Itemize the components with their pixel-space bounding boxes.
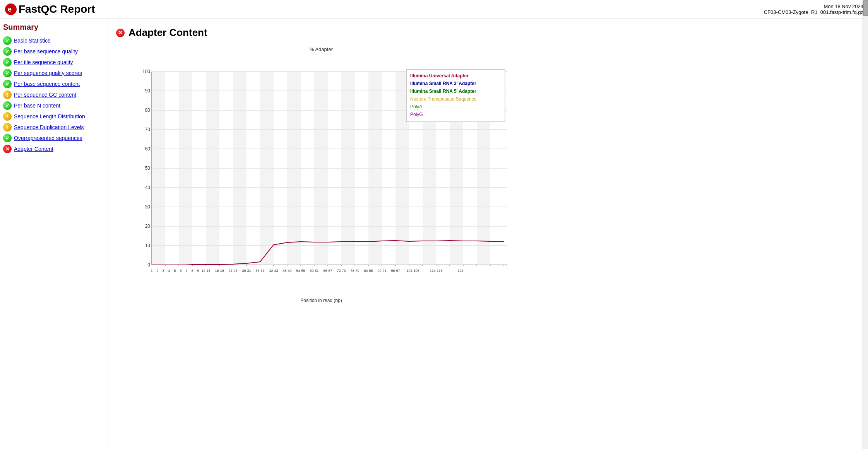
svg-rect-26 [179, 72, 192, 265]
adapter-content-chart: 100 90 80 70 60 [135, 64, 522, 296]
svg-text:Illumina Universal Adapter: Illumina Universal Adapter [410, 73, 469, 79]
svg-text:96-97: 96-97 [391, 269, 400, 273]
status-icon-per-sequence-gc-content [3, 90, 12, 99]
sidebar-item-sequence-duplication-levels[interactable]: Sequence Duplication Levels [3, 123, 105, 131]
chart-container: % Adapter 100 90 80 [116, 46, 526, 303]
svg-rect-25 [152, 72, 165, 265]
svg-text:18-19: 18-19 [215, 269, 224, 273]
svg-text:20: 20 [145, 224, 151, 229]
svg-rect-32 [341, 72, 355, 265]
svg-text:2: 2 [156, 269, 158, 273]
svg-text:1: 1 [151, 269, 152, 273]
chart-y-axis-title: % Adapter [116, 46, 526, 52]
report-date: Mon 18 Nov 2024 [764, 3, 863, 9]
main-content: Adapter Content % Adapter 100 90 [108, 19, 868, 445]
sidebar-item-per-base-n-content[interactable]: Per base N content [3, 101, 105, 110]
svg-text:100: 100 [142, 69, 150, 74]
sidebar-link-overrepresented-sequences[interactable]: Overrepresented sequences [14, 135, 82, 141]
status-icon-adapter-content [3, 145, 12, 153]
svg-rect-27 [206, 72, 219, 265]
svg-text:78-79: 78-79 [350, 269, 359, 273]
svg-text:80: 80 [145, 108, 151, 113]
svg-text:3: 3 [162, 269, 164, 273]
svg-rect-28 [233, 72, 247, 265]
svg-text:48-49: 48-49 [282, 269, 291, 273]
status-icon-per-base-sequence-content [3, 80, 12, 88]
svg-text:30: 30 [145, 204, 151, 210]
sidebar-link-adapter-content[interactable]: Adapter Content [14, 146, 53, 152]
svg-text:24-25: 24-25 [228, 269, 237, 273]
sidebar-item-per-base-sequence-quality[interactable]: Per base sequence quality [3, 47, 105, 56]
chart-area: 100 90 80 70 60 [135, 64, 526, 296]
status-icon-per-tile-sequence-quality [3, 58, 12, 67]
svg-rect-30 [287, 72, 301, 265]
svg-text:70: 70 [145, 127, 151, 132]
status-icon-sequence-duplication-levels [3, 123, 12, 131]
svg-text:104-105: 104-105 [406, 269, 419, 273]
sidebar-link-per-sequence-gc-content[interactable]: Per sequence GC content [14, 92, 76, 98]
app-title: FastQC Report [19, 3, 95, 15]
sidebar-item-per-tile-sequence-quality[interactable]: Per tile sequence quality [3, 58, 105, 67]
sidebar-item-adapter-content[interactable]: Adapter Content [3, 145, 105, 153]
svg-text:4: 4 [168, 269, 170, 273]
svg-text:Illumina Small RNA 5' Adapter: Illumina Small RNA 5' Adapter [410, 89, 476, 94]
status-icon-per-base-n-content [3, 101, 12, 110]
svg-text:0: 0 [147, 262, 150, 268]
scrollbar[interactable] [863, 19, 868, 445]
svg-text:84-85: 84-85 [364, 269, 373, 273]
sidebar-items: Basic StatisticsPer base sequence qualit… [3, 36, 105, 153]
svg-text:72-73: 72-73 [337, 269, 346, 273]
svg-text:5: 5 [174, 269, 176, 273]
main-layout: Summary Basic StatisticsPer base sequenc… [0, 19, 868, 445]
sidebar-link-per-sequence-quality-scores[interactable]: Per sequence quality scores [14, 70, 82, 76]
header-info: Mon 18 Nov 2024 CF03-CM03-Zygote_R1_001.… [764, 3, 863, 15]
svg-text:114-115: 114-115 [430, 269, 442, 273]
svg-rect-29 [260, 72, 274, 265]
summary-heading: Summary [3, 23, 105, 32]
svg-text:30-31: 30-31 [242, 269, 251, 273]
status-icon-basic-statistics [3, 36, 12, 45]
sidebar-item-overrepresented-sequences[interactable]: Overrepresented sequences [3, 134, 105, 142]
svg-text:e: e [8, 5, 12, 13]
sidebar-item-per-sequence-gc-content[interactable]: Per sequence GC content [3, 90, 105, 99]
chart-x-axis-label: Position in read (bp) [116, 298, 526, 303]
svg-text:60-61: 60-61 [310, 269, 318, 273]
svg-text:90-91: 90-91 [377, 269, 386, 273]
sidebar-item-sequence-length-distribution[interactable]: Sequence Length Distribution [3, 112, 105, 121]
svg-text:8: 8 [191, 269, 193, 273]
sidebar-link-sequence-length-distribution[interactable]: Sequence Length Distribution [14, 113, 85, 120]
svg-text:54-55: 54-55 [296, 269, 305, 273]
sidebar-link-sequence-duplication-levels[interactable]: Sequence Duplication Levels [14, 124, 84, 130]
sidebar-link-per-tile-sequence-quality[interactable]: Per tile sequence quality [14, 59, 73, 65]
section-header: Adapter Content [116, 27, 860, 39]
sidebar-item-per-base-sequence-content[interactable]: Per base sequence content [3, 80, 105, 88]
svg-text:PolyA: PolyA [410, 104, 422, 109]
svg-text:40: 40 [145, 185, 151, 190]
sidebar-link-per-base-sequence-quality[interactable]: Per base sequence quality [14, 48, 78, 55]
fastqc-logo: e [5, 3, 17, 15]
svg-text:10: 10 [145, 243, 151, 248]
sidebar-item-basic-statistics[interactable]: Basic Statistics [3, 36, 105, 45]
svg-text:9: 9 [197, 269, 199, 273]
svg-text:42-43: 42-43 [269, 269, 278, 273]
svg-text:60: 60 [145, 146, 151, 152]
svg-text:12-13: 12-13 [201, 269, 210, 273]
svg-text:50: 50 [145, 166, 151, 171]
svg-text:Nextera Transposase Sequence: Nextera Transposase Sequence [410, 96, 477, 102]
status-icon-overrepresented-sequences [3, 134, 12, 142]
section-title-text: Adapter Content [128, 27, 207, 39]
sidebar: Summary Basic StatisticsPer base sequenc… [0, 19, 108, 445]
svg-text:36-37: 36-37 [255, 269, 264, 273]
svg-text:66-67: 66-67 [323, 269, 332, 273]
svg-text:90: 90 [145, 88, 151, 94]
sidebar-link-per-base-sequence-content[interactable]: Per base sequence content [14, 81, 80, 87]
header-title: e FastQC Report [5, 3, 95, 15]
sidebar-link-per-base-n-content[interactable]: Per base N content [14, 102, 60, 109]
status-icon-sequence-length-distribution [3, 112, 12, 121]
status-icon-per-base-sequence-quality [3, 47, 12, 56]
sidebar-link-basic-statistics[interactable]: Basic Statistics [14, 38, 50, 44]
sidebar-item-per-sequence-quality-scores[interactable]: Per sequence quality scores [3, 69, 105, 77]
svg-text:PolyG: PolyG [410, 112, 423, 117]
svg-rect-31 [314, 72, 328, 265]
section-status-icon [116, 29, 125, 37]
